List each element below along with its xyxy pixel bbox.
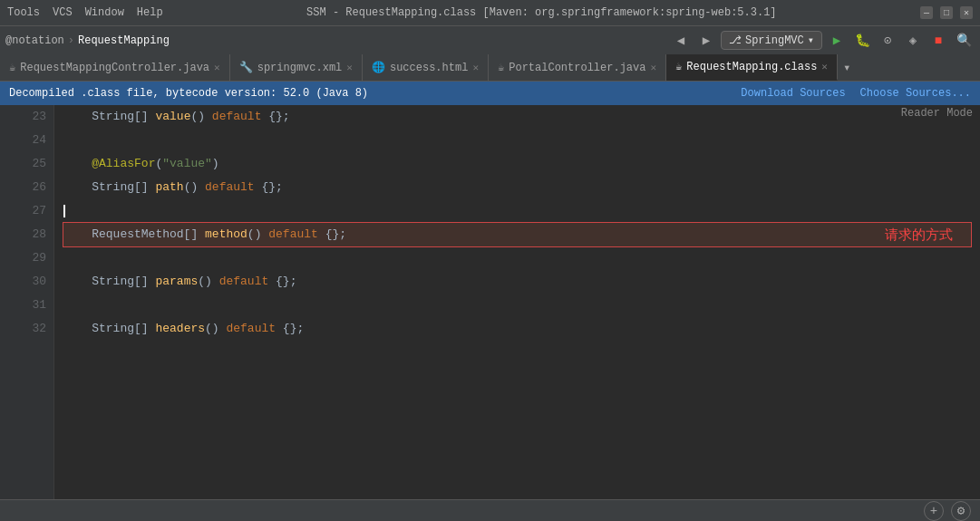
decompile-info-text: Decompiled .class file, bytecode version…: [9, 87, 732, 100]
code-token: String[]: [63, 317, 155, 341]
tab-icon-java: ☕: [9, 61, 15, 74]
code-line: RequestMethod[] method() default {};请求的方…: [63, 223, 971, 246]
download-sources-link[interactable]: Download Sources: [741, 87, 845, 100]
nav-tools: ◀ ▶ ⎇ SpringMVC ▾ ▶ 🐛 ⊙ ◈ ■ 🔍: [670, 30, 975, 52]
text-cursor: [63, 205, 65, 217]
branch-chevron: ▾: [808, 34, 814, 47]
back-button[interactable]: ◀: [670, 30, 692, 52]
code-token: (): [247, 223, 268, 246]
code-token: (): [190, 105, 211, 129]
line-number: 29: [7, 246, 46, 270]
code-token: {};: [268, 270, 296, 294]
tab-requestmappingclass[interactable]: ☕ RequestMapping.class ✕: [666, 54, 838, 81]
tab-icon-xml: 🔧: [239, 61, 253, 74]
breadcrumb-separator: ›: [68, 34, 74, 47]
tab-close[interactable]: ✕: [650, 62, 656, 73]
code-line: @AliasFor("value"): [63, 152, 971, 176]
line-number: 23: [7, 105, 46, 129]
forward-button[interactable]: ▶: [695, 30, 717, 52]
tab-icon-html: 🌐: [372, 61, 385, 74]
maximize-button[interactable]: □: [940, 6, 953, 19]
tab-icon-java2: ☕: [498, 61, 504, 74]
code-token: method: [205, 223, 247, 246]
coverage-icon[interactable]: ⊙: [877, 30, 898, 52]
code-token: (): [205, 317, 226, 341]
code-line: [63, 199, 971, 223]
run-button[interactable]: ▶: [826, 30, 848, 52]
code-token: default: [212, 105, 262, 129]
chinese-annotation-label: 请求的方式: [885, 223, 953, 246]
debug-icon[interactable]: 🐛: [851, 30, 873, 52]
choose-sources-link[interactable]: Choose Sources...: [860, 87, 971, 100]
code-token: @AliasFor: [92, 152, 155, 176]
breadcrumb-annotation[interactable]: @notation: [5, 34, 64, 47]
minimize-button[interactable]: —: [920, 6, 933, 19]
tab-close[interactable]: ✕: [346, 62, 353, 73]
tab-close[interactable]: ✕: [214, 62, 220, 73]
code-token: path: [155, 176, 183, 199]
code-line: [63, 246, 971, 270]
code-token: String[]: [63, 176, 155, 199]
line-number: 30: [7, 270, 46, 294]
add-tab-button[interactable]: +: [924, 501, 944, 521]
code-token: default: [205, 176, 255, 199]
search-icon[interactable]: 🔍: [953, 30, 975, 52]
menu-help[interactable]: Help: [137, 6, 163, 19]
code-token: params: [155, 270, 198, 294]
code-token: value: [155, 105, 190, 129]
branch-icon: ⎇: [729, 34, 742, 47]
code-token: {};: [261, 105, 289, 129]
code-line: String[] value() default {};: [63, 105, 971, 129]
line-number: 28: [7, 223, 46, 246]
branch-label: SpringMVC: [745, 34, 804, 47]
code-token: (): [184, 176, 205, 199]
menu-bar[interactable]: Tools VCS Window Help: [7, 6, 163, 19]
code-token: String[]: [63, 105, 155, 129]
code-token: {};: [318, 223, 346, 246]
tab-icon-class: ☕: [675, 60, 682, 73]
tab-close[interactable]: ✕: [821, 61, 828, 72]
tab-springmvcxml[interactable]: 🔧 springmvc.xml ✕: [230, 54, 363, 81]
tab-requestmappingcontroller[interactable]: ☕ RequestMappingController.java ✕: [0, 54, 230, 81]
stop-button[interactable]: ■: [927, 30, 949, 52]
window-title: SSM - RequestMapping.class [Maven: org.s…: [181, 6, 902, 19]
close-button[interactable]: ✕: [960, 6, 973, 19]
code-token: (): [198, 270, 218, 294]
window-controls[interactable]: — □ ✕: [920, 6, 973, 19]
profile-icon[interactable]: ◈: [902, 30, 924, 52]
info-bar: Decompiled .class file, bytecode version…: [0, 82, 980, 105]
code-token: default: [226, 317, 276, 341]
breadcrumb-class[interactable]: RequestMapping: [78, 34, 170, 47]
tab-close[interactable]: ✕: [472, 62, 479, 73]
settings-button[interactable]: ⚙: [951, 501, 971, 521]
tab-overflow-button[interactable]: ▾: [838, 54, 856, 81]
tab-portalcontroller[interactable]: ☕ PortalController.java ✕: [489, 54, 666, 81]
line-number: 25: [7, 152, 46, 176]
line-number: 26: [7, 176, 46, 199]
reader-mode-label[interactable]: Reader Mode: [901, 107, 973, 120]
menu-tools[interactable]: Tools: [7, 6, 40, 19]
code-line: [63, 294, 971, 317]
code-area: 23242526272829303132 String[] value() de…: [0, 105, 980, 499]
code-token: ): [212, 152, 219, 176]
code-content: String[] value() default {}; @AliasFor("…: [54, 105, 980, 499]
tab-successhtml[interactable]: 🌐 success.html ✕: [363, 54, 489, 81]
code-line: 💡 String[] path() default {};: [63, 176, 971, 199]
tab-label: RequestMapping.class: [686, 61, 817, 73]
line-number: 32: [7, 317, 46, 341]
title-bar: Tools VCS Window Help SSM - RequestMappi…: [0, 0, 980, 25]
line-numbers: 23242526272829303132: [0, 105, 54, 499]
code-line: String[] headers() default {};: [63, 317, 971, 341]
code-token: default: [219, 270, 269, 294]
menu-vcs[interactable]: VCS: [53, 6, 73, 19]
line-number: 24: [7, 129, 46, 152]
tab-label: PortalController.java: [509, 62, 645, 74]
code-token: {};: [276, 317, 304, 341]
code-token: (: [155, 152, 162, 176]
menu-window[interactable]: Window: [85, 6, 124, 19]
nav-bar: @notation › RequestMapping ◀ ▶ ⎇ SpringM…: [0, 25, 980, 54]
branch-selector[interactable]: ⎇ SpringMVC ▾: [721, 31, 822, 50]
tabs-bar: ☕ RequestMappingController.java ✕ 🔧 spri…: [0, 54, 980, 82]
code-line: String[] params() default {};: [63, 270, 971, 294]
code-line: [63, 129, 971, 152]
